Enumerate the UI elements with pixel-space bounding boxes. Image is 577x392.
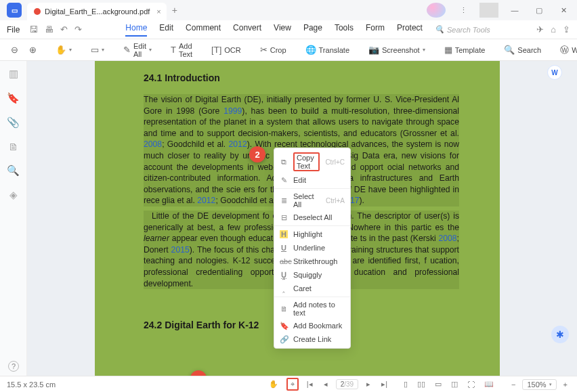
cite-link[interactable]: 2008 <box>144 139 162 149</box>
ctx-deselect-all[interactable]: ⊟Deselect All <box>274 211 350 224</box>
redo-icon[interactable]: ↷ <box>74 24 82 35</box>
ocr-button[interactable]: [T]OCR <box>209 43 244 57</box>
cite-link[interactable]: 2012 <box>229 139 247 149</box>
edit-all-button[interactable]: ✎Edit All▾ <box>121 40 154 60</box>
save-icon[interactable]: 🖫 <box>29 24 38 35</box>
menu-tab-comment[interactable]: Comment <box>186 23 221 37</box>
menu-tab-form[interactable]: Form <box>366 23 385 37</box>
cite-link[interactable]: 2015 <box>171 245 190 255</box>
hand-tool[interactable]: ✋▾ <box>53 43 74 57</box>
add-text-button[interactable]: TAdd Text <box>168 40 195 60</box>
context-menu: ⧉Copy TextCtrl+C✎Edit≣Select AllCtrl+A⊟D… <box>274 148 351 349</box>
ctx-underline[interactable]: UUnderline <box>274 241 350 255</box>
ctx-squiggly[interactable]: ṴSquiggly <box>274 268 350 282</box>
maximize-button[interactable]: ▢ <box>530 3 549 18</box>
menu-tab-home[interactable]: Home <box>125 23 147 37</box>
crop-button[interactable]: ✂Crop <box>257 43 289 57</box>
search-tools[interactable]: 🔍 Search Tools <box>435 25 490 34</box>
bookmark-icon[interactable]: 🔖 <box>7 92 20 104</box>
rect-tool[interactable]: ▭▾ <box>88 43 107 57</box>
new-tab-button[interactable]: + <box>172 5 177 16</box>
last-page-button[interactable]: ▸| <box>379 379 390 389</box>
ctx-highlight[interactable]: HHighlight <box>274 227 350 241</box>
send-icon[interactable]: ✈ <box>536 24 544 35</box>
zoom-in-button[interactable]: ⊕ <box>26 43 39 57</box>
screenshot-button[interactable]: 📷Screenshot▾ <box>366 43 428 57</box>
menu-tab-edit[interactable]: Edit <box>159 23 173 37</box>
ctx-copy-text[interactable]: ⧉Copy TextCtrl+C <box>274 150 350 173</box>
minimize-button[interactable]: — <box>505 3 524 18</box>
search-panel-icon[interactable]: 🔍 <box>7 165 20 177</box>
cloud-icon[interactable]: ⌂ <box>551 24 556 35</box>
notes-icon[interactable]: 🗎 <box>8 141 18 152</box>
select-mode-button[interactable]: ⌖ <box>286 378 299 391</box>
wikipedia-button[interactable]: ⓌWikipedia <box>557 42 577 58</box>
pdf-dot-icon <box>34 8 41 15</box>
menu-tab-protect[interactable]: Protect <box>397 23 423 37</box>
section-heading-1: 24.1 Introduction <box>144 72 459 85</box>
page-dimensions: 15.5 x 23.5 cm <box>7 380 56 389</box>
ctx-add-notes-to-text[interactable]: 🗎Add notes to text <box>274 299 350 319</box>
layers-icon[interactable]: ◈ <box>9 189 18 201</box>
cite-link[interactable]: 1999 <box>223 106 242 116</box>
ctx-edit[interactable]: ✎Edit <box>274 173 350 187</box>
undo-icon[interactable]: ↶ <box>60 24 68 35</box>
document-tab[interactable]: Digital_Earth_E...ackground.pdf × <box>27 3 167 20</box>
menu-tab-view[interactable]: View <box>274 23 291 37</box>
menu-tab-page[interactable]: Page <box>303 23 322 37</box>
menu-tab-convert[interactable]: Convert <box>233 23 261 37</box>
close-tab-icon[interactable]: × <box>156 7 161 16</box>
export-word-badge[interactable]: W <box>547 65 562 80</box>
continuous-view[interactable]: ▯▯ <box>414 379 428 389</box>
zoom-out[interactable]: − <box>509 380 518 389</box>
ctx-add-bookmark[interactable]: 🔖Add Bookmark <box>274 319 350 332</box>
tab-title: Digital_Earth_E...ackground.pdf <box>45 7 150 16</box>
menu-tab-tools[interactable]: Tools <box>335 23 354 37</box>
translate-button[interactable]: 🌐Translate <box>303 43 352 57</box>
attachments-icon[interactable]: 📎 <box>7 116 20 129</box>
cite-link[interactable]: 2012 <box>197 196 215 205</box>
ctx-caret[interactable]: ‸Caret <box>274 282 350 295</box>
ctx-select-all[interactable]: ≣Select AllCtrl+A <box>274 190 350 211</box>
ai-orb-icon[interactable] <box>427 3 446 18</box>
toolbar: ⊖ ⊕ ✋▾ ▭▾ ✎Edit All▾ TAdd Text [T]OCR ✂C… <box>0 39 577 61</box>
left-sidebar: ▥ 🔖 📎 🗎 🔍 ◈ <box>0 61 27 376</box>
titlebar: ▭ Digital_Earth_E...ackground.pdf × + ⋮ … <box>0 0 577 20</box>
thumbnails-icon[interactable]: ▥ <box>9 68 18 80</box>
prev-page-button[interactable]: ◂ <box>321 379 330 389</box>
read-mode[interactable]: 📖 <box>482 379 496 389</box>
annotation-callout-2: 2 <box>249 146 265 162</box>
ctx-strikethrough[interactable]: abcStrikethrough <box>274 255 350 268</box>
app-icon: ▭ <box>7 3 22 18</box>
zoom-in[interactable]: + <box>561 380 570 389</box>
search-button[interactable]: 🔍Search <box>501 43 544 57</box>
single-page-view[interactable]: ▯ <box>401 379 410 389</box>
search-icon: 🔍 <box>435 25 444 34</box>
next-page-button[interactable]: ▸ <box>364 379 373 389</box>
settings-fab[interactable]: ✱ <box>551 326 569 343</box>
upload-icon[interactable]: ⇪ <box>563 24 570 35</box>
template-button[interactable]: ▦Template <box>442 43 488 57</box>
zoom-out-button[interactable]: ⊖ <box>8 43 21 57</box>
page-number-input[interactable]: 2/39 <box>336 379 358 389</box>
fullscreen-view[interactable]: ⛶ <box>465 379 477 389</box>
file-menu[interactable]: File <box>7 25 20 35</box>
print-icon[interactable]: 🖶 <box>45 24 54 35</box>
status-bar: 15.5 x 23.5 cm ✋ ⌖ |◂ ◂ 2/39 ▸ ▸| ▯ ▯▯ ▭… <box>0 376 577 392</box>
first-page-button[interactable]: |◂ <box>304 379 316 389</box>
two-page-view[interactable]: ▭ <box>432 379 444 389</box>
ctx-create-link[interactable]: 🔗Create Link <box>274 332 350 346</box>
book-view[interactable]: ◫ <box>448 379 461 389</box>
hand-mode-button[interactable]: ✋ <box>266 379 281 389</box>
cite-link[interactable]: 2008 <box>438 234 456 243</box>
menubar: File 🖫 🖶 ↶ ↷ HomeEditCommentConvertViewP… <box>0 20 577 39</box>
zoom-level[interactable]: 150%▾ <box>522 379 556 390</box>
close-window-button[interactable]: ✕ <box>554 3 573 18</box>
help-button[interactable]: ? <box>8 361 19 372</box>
kebab-icon[interactable]: ⋮ <box>454 3 473 18</box>
